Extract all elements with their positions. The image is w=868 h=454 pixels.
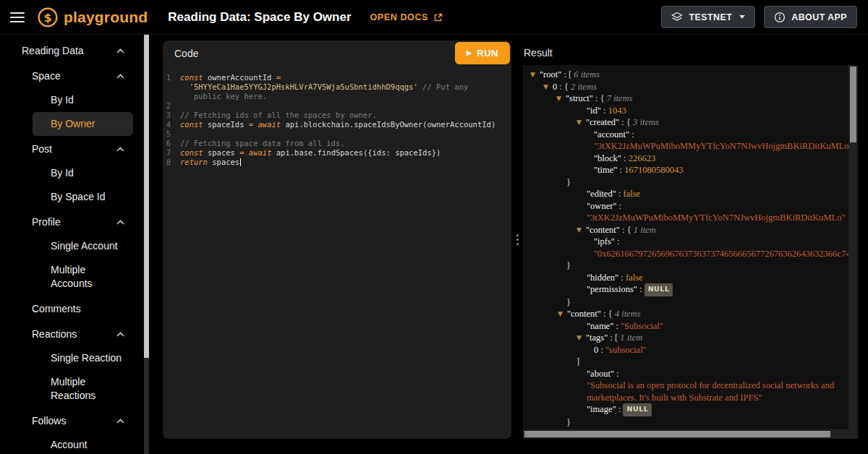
- json-row: ▼"content" : { 1 item: [530, 224, 848, 236]
- code-line-text: return spaces: [180, 158, 241, 167]
- code-token: return: [180, 158, 208, 166]
- chevron-up-icon: [116, 74, 124, 79]
- sidebar-item-follows[interactable]: Follows: [0, 409, 149, 433]
- json-key: "id": [587, 106, 601, 116]
- code-line: 6// Fetching space data from all ids.: [163, 139, 511, 148]
- open-docs-link[interactable]: OPEN DOCS: [370, 12, 443, 22]
- line-number: [163, 92, 180, 101]
- sidebar-item-space[interactable]: Space: [0, 64, 149, 88]
- sidebar-item-profile[interactable]: Profile: [0, 210, 149, 234]
- json-brace: }: [566, 297, 571, 307]
- code-line-text: // Fetching space data from all ids.: [180, 139, 345, 148]
- sidebar-item-label: By Space Id: [51, 190, 106, 204]
- about-app-button[interactable]: ABOUT APP: [764, 6, 857, 28]
- json-punc: : {: [557, 82, 571, 92]
- result-vertical-scrollbar-thumb[interactable]: [850, 67, 856, 142]
- network-select-button[interactable]: TESTNET: [661, 6, 755, 28]
- json-row: "hidden" : false: [530, 272, 848, 284]
- line-number: 2: [163, 101, 180, 111]
- external-link-icon: [433, 12, 443, 22]
- sidebar-item-post[interactable]: Post: [0, 137, 149, 161]
- result-horizontal-scrollbar[interactable]: [523, 429, 848, 439]
- json-meta: 6 items: [574, 69, 600, 80]
- info-icon: [774, 12, 786, 23]
- subsocial-logo-icon: $: [37, 7, 59, 28]
- sidebar-item-single-reaction[interactable]: Single Reaction: [0, 346, 149, 370]
- json-row: "id" : 1043: [530, 105, 848, 117]
- collapse-arrow-icon[interactable]: ▼: [556, 93, 561, 105]
- result-vertical-scrollbar[interactable]: [848, 65, 858, 429]
- code-line: 7const spaces = await api.base.findSpace…: [163, 148, 511, 158]
- sidebar-item-single-account[interactable]: Single Account: [0, 234, 149, 258]
- sidebar-item-by-id[interactable]: By Id: [0, 88, 149, 112]
- json-punc: : {: [601, 309, 615, 319]
- json-punc: :: [617, 165, 624, 175]
- panel-resize-handle[interactable]: [511, 40, 523, 439]
- json-brace: ]: [576, 356, 579, 367]
- json-punc: : [: [561, 69, 574, 80]
- json-row: }: [530, 176, 848, 189]
- text-cursor: [240, 158, 241, 166]
- json-num: 1043: [608, 106, 626, 116]
- json-brace: }: [566, 177, 571, 187]
- line-number: 5: [163, 129, 180, 139]
- json-num: 226623: [629, 153, 656, 163]
- result-horizontal-scrollbar-thumb[interactable]: [524, 431, 830, 437]
- sidebar-item-reactions[interactable]: Reactions: [0, 322, 149, 346]
- sidebar-scrollbar-thumb[interactable]: [144, 35, 149, 358]
- collapse-arrow-icon[interactable]: ▼: [543, 81, 548, 93]
- json-row: ▼"content" : { 4 items: [530, 308, 848, 320]
- json-bool: false: [623, 189, 640, 199]
- sidebar-item-multiple-accounts[interactable]: Multiple Accounts: [0, 258, 149, 296]
- svg-text:$: $: [43, 11, 51, 25]
- run-button[interactable]: ▶ RUN: [455, 42, 510, 64]
- collapse-arrow-icon[interactable]: ▼: [558, 308, 563, 320]
- code-panel-title: Code: [174, 48, 198, 59]
- json-punc: : {: [619, 117, 633, 127]
- json-key: "permissions": [587, 284, 637, 294]
- sidebar-item-account-following[interactable]: Account Following: [0, 433, 149, 454]
- json-row: ▼"struct" : { 7 items: [530, 93, 848, 105]
- sidebar-item-multiple-reactions[interactable]: Multiple Reactions: [0, 370, 149, 408]
- json-punc: :: [629, 129, 634, 140]
- sidebar-item-label: Post: [32, 142, 52, 156]
- json-punc: :: [616, 404, 624, 414]
- json-punc: :: [621, 153, 629, 163]
- sidebar-item-label: By Id: [51, 93, 74, 107]
- json-row: "permissions" : NULL: [530, 283, 848, 296]
- code-line-text: // Fetching ids of all the spaces by own…: [180, 111, 377, 120]
- code-editor[interactable]: 1const ownerAccountId = '5HYYeCa1Hae5YYG…: [163, 68, 511, 439]
- code-panel: Code ▶ RUN 1const ownerAccountId = '5HYY…: [163, 40, 511, 439]
- sidebar-item-reading-data[interactable]: Reading Data: [0, 39, 149, 63]
- json-row: }: [530, 260, 848, 272]
- sidebar-item-by-id[interactable]: By Id: [0, 161, 149, 185]
- collapse-arrow-icon[interactable]: ▼: [530, 69, 535, 81]
- json-row: ▼0 : { 2 items: [530, 81, 848, 93]
- sidebar-item-by-space-id[interactable]: By Space Id: [0, 185, 149, 209]
- code-token: const: [180, 120, 203, 129]
- json-row: "block" : 226623: [530, 153, 848, 165]
- app-logo[interactable]: $ playground: [37, 7, 148, 28]
- json-row: ▼"created" : { 3 items: [530, 116, 848, 129]
- menu-icon[interactable]: [10, 12, 25, 22]
- sidebar-item-by-owner[interactable]: By Owner: [33, 112, 133, 136]
- code-line: 8return spaces: [163, 158, 511, 167]
- network-label: TESTNET: [689, 12, 732, 22]
- sidebar-item-comments[interactable]: Comments: [0, 297, 149, 321]
- sidebar-scrollbar[interactable]: [144, 35, 149, 454]
- json-punc: :: [598, 345, 605, 355]
- json-key: "root": [540, 69, 561, 80]
- layers-icon: [671, 12, 683, 22]
- json-punc: :: [601, 106, 608, 116]
- json-str: "subsocial": [605, 345, 647, 355]
- json-row: "0x6261667972656967637363737465666567726…: [530, 248, 848, 260]
- line-number: 7: [163, 148, 180, 158]
- json-row: 0 : "subsocial": [530, 344, 848, 356]
- code-line: 1const ownerAccountId =: [163, 73, 511, 82]
- collapse-arrow-icon[interactable]: ▼: [576, 224, 582, 236]
- json-result-view: ▼"root" : [ 6 items▼0 : { 2 items▼"struc…: [523, 65, 858, 439]
- collapse-arrow-icon[interactable]: ▼: [576, 116, 582, 129]
- json-row: }: [530, 296, 848, 309]
- collapse-arrow-icon[interactable]: ▼: [576, 332, 582, 344]
- code-token: const: [180, 73, 203, 82]
